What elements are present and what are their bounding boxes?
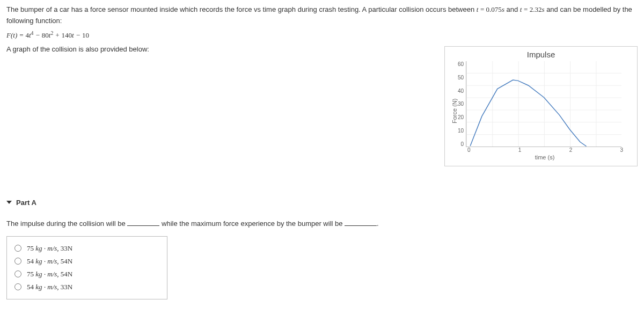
x-axis-label: time (s) — [458, 154, 632, 160]
graph-caption: A graph of the collision is also provide… — [6, 44, 434, 55]
radio-3[interactable] — [14, 270, 21, 277]
x-ticks: 0 1 2 3 — [467, 147, 623, 153]
x-tick: 3 — [620, 147, 623, 153]
blank-2 — [345, 225, 377, 226]
impulse-chart: Impulse Force (N) 60 50 40 30 20 10 0 — [444, 46, 638, 166]
t2-val: = 2.32s — [524, 5, 544, 13]
intro-and: and — [504, 5, 520, 13]
answer-options: 75 kg · m/s, 33N 54 kg · m/s, 54N 75 kg … — [6, 236, 167, 299]
y-tick: 0 — [458, 141, 464, 147]
y-tick: 30 — [458, 101, 464, 107]
y-axis-label: Force (N) — [450, 61, 458, 160]
plot-area — [466, 61, 621, 147]
option-2[interactable]: 54 kg · m/s, 54N — [14, 255, 159, 268]
y-tick: 50 — [458, 75, 464, 80]
option-1-label: 75 kg · m/s, 33N — [27, 244, 72, 253]
q-post: . — [377, 219, 379, 228]
q-pre: The impulse during the collision will be — [6, 219, 127, 228]
part-a-header[interactable]: Part A — [6, 199, 638, 207]
question-sentence: The impulse during the collision will be… — [6, 219, 638, 228]
chart-title: Impulse — [450, 50, 632, 59]
t2: t — [520, 5, 522, 13]
intro-line1-pre: The bumper of a car has a force sensor m… — [6, 5, 477, 13]
intro-paragraph: The bumper of a car has a force sensor m… — [6, 4, 638, 27]
option-1[interactable]: 75 kg · m/s, 33N — [14, 242, 159, 255]
y-tick: 60 — [458, 61, 464, 67]
curve-svg — [466, 61, 621, 147]
option-4[interactable]: 54 kg · m/s, 33N — [14, 281, 159, 294]
y-tick: 20 — [458, 114, 464, 120]
part-label: Part A — [16, 199, 36, 207]
chevron-down-icon — [6, 201, 12, 204]
option-2-label: 54 kg · m/s, 54N — [27, 257, 72, 266]
x-tick: 2 — [569, 147, 573, 153]
y-tick: 10 — [458, 128, 464, 134]
option-3[interactable]: 75 kg · m/s, 54N — [14, 268, 159, 281]
t1: t — [477, 5, 479, 13]
radio-4[interactable] — [14, 283, 21, 290]
option-3-label: 75 kg · m/s, 54N — [27, 270, 72, 279]
x-tick: 0 — [467, 147, 471, 153]
q-mid: while the maximum force experience by th… — [159, 219, 345, 228]
t1-val: = 0.075s — [480, 5, 504, 13]
force-equation: F(t) = 4t4 − 80t2 + 140t − 10 — [6, 30, 638, 40]
radio-1[interactable] — [14, 245, 21, 252]
x-tick: 1 — [518, 147, 522, 153]
blank-1 — [127, 225, 159, 226]
y-tick: 40 — [458, 88, 464, 94]
option-4-label: 54 kg · m/s, 33N — [27, 283, 72, 291]
radio-2[interactable] — [14, 258, 21, 265]
y-ticks: 60 50 40 30 20 10 0 — [458, 61, 466, 147]
